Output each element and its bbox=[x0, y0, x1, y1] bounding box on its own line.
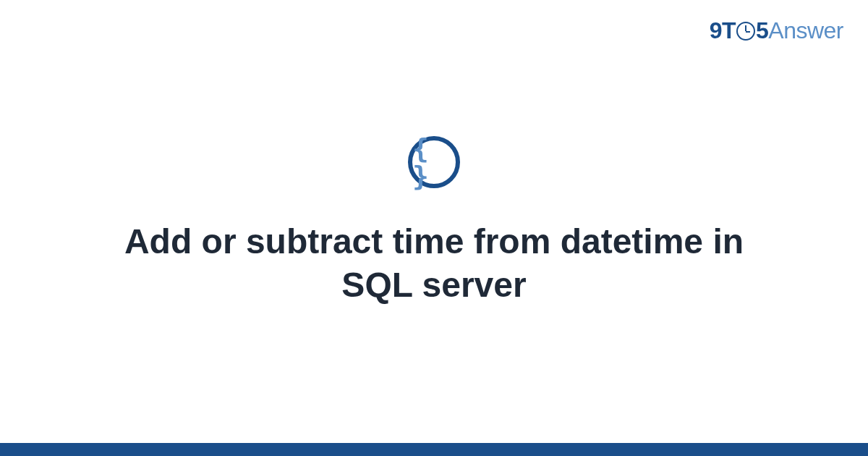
category-badge: { } bbox=[408, 136, 460, 188]
code-braces-icon: { } bbox=[412, 135, 456, 190]
footer-bar bbox=[0, 443, 868, 456]
article-title: Add or subtract time from datetime in SQ… bbox=[72, 220, 796, 307]
main-content: { } Add or subtract time from datetime i… bbox=[0, 0, 868, 443]
